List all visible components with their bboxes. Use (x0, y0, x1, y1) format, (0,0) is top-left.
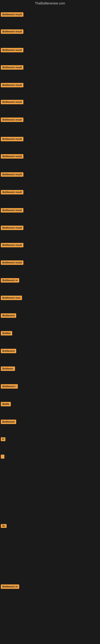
result-item-1: Bottleneck result (1, 12, 23, 17)
result-badge-25: B (1, 437, 5, 441)
result-badge-17: Bottleneck resu (1, 296, 22, 300)
result-badge-28: Bottleneck re (1, 584, 19, 589)
result-item-14: Bottleneck result (1, 243, 23, 247)
result-item-25: B (1, 437, 5, 441)
result-item-6: Bottleneck result (1, 100, 23, 104)
result-badge-15: Bottleneck result (1, 260, 23, 265)
result-badge-3: Bottleneck result (1, 48, 23, 52)
result-item-19: Bottlen (1, 331, 12, 336)
result-item-23: Bottle (1, 402, 11, 406)
result-item-16: Bottleneck re (1, 278, 19, 282)
result-item-13: Bottleneck result (1, 226, 23, 230)
result-item-12: Bottleneck result (1, 208, 23, 212)
result-item-4: Bottleneck result (1, 65, 23, 70)
result-badge-1: Bottleneck result (1, 12, 23, 17)
result-item-5: Bottleneck result (1, 83, 23, 87)
result-badge-24: Bottleneck (1, 420, 16, 424)
result-badge-12: Bottleneck result (1, 208, 23, 212)
result-badge-5: Bottleneck result (1, 83, 23, 87)
result-badge-22: Bottleneck r (1, 384, 18, 388)
result-item-22: Bottleneck r (1, 384, 18, 388)
result-badge-16: Bottleneck re (1, 278, 19, 282)
result-badge-10: Bottleneck result (1, 172, 23, 177)
result-badge-8: Bottleneck result (1, 137, 23, 141)
result-badge-18: Bottleneck (1, 313, 16, 318)
result-item-24: Bottleneck (1, 420, 16, 424)
result-badge-2: Bottleneck result (1, 30, 23, 34)
result-item-11: Bottleneck result (1, 190, 23, 194)
result-item-8: Bottleneck result (1, 137, 23, 141)
result-item-17: Bottleneck resu (1, 296, 22, 300)
result-badge-13: Bottleneck result (1, 226, 23, 230)
result-badge-11: Bottleneck result (1, 190, 23, 194)
result-badge-23: Bottle (1, 402, 11, 406)
result-badge-14: Bottleneck result (1, 243, 23, 247)
result-badge-26 (1, 454, 4, 459)
result-item-20: Bottleneck (1, 349, 16, 353)
result-item-9: Bottleneck result (1, 154, 23, 158)
result-badge-9: Bottleneck result (1, 154, 23, 158)
site-title: TheBottlenecker.com (0, 0, 100, 7)
result-item-7: Bottleneck result (1, 118, 23, 122)
result-item-18: Bottleneck (1, 313, 16, 318)
result-item-15: Bottleneck result (1, 260, 23, 265)
results-container: Bottleneck resultBottleneck resultBottle… (0, 7, 100, 643)
result-badge-27: Bo (1, 524, 7, 528)
result-item-3: Bottleneck result (1, 48, 23, 52)
page-container: TheBottlenecker.com Bottleneck resultBot… (0, 0, 100, 643)
result-badge-19: Bottlen (1, 331, 12, 336)
result-badge-4: Bottleneck result (1, 65, 23, 70)
result-item-26 (1, 454, 4, 459)
result-item-21: Bottlenec (1, 366, 15, 371)
result-badge-20: Bottleneck (1, 349, 16, 353)
result-item-27: Bo (1, 524, 7, 528)
result-badge-7: Bottleneck result (1, 118, 23, 122)
result-item-10: Bottleneck result (1, 172, 23, 177)
result-badge-6: Bottleneck result (1, 100, 23, 104)
result-item-2: Bottleneck result (1, 30, 23, 34)
result-item-28: Bottleneck re (1, 584, 19, 589)
result-badge-21: Bottlenec (1, 366, 15, 371)
